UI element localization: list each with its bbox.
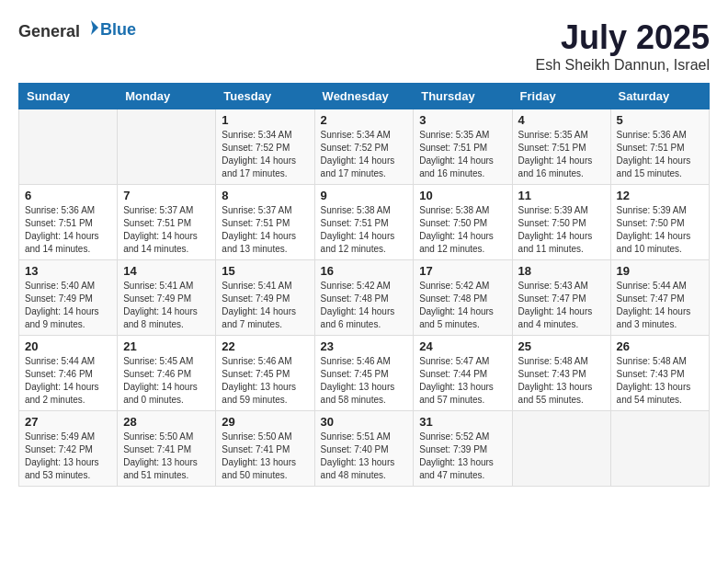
day-header-thursday: Thursday <box>414 84 512 109</box>
calendar-cell: 30Sunrise: 5:51 AM Sunset: 7:40 PM Dayli… <box>314 411 414 487</box>
calendar-cell: 20Sunrise: 5:44 AM Sunset: 7:46 PM Dayli… <box>19 336 118 411</box>
day-info: Sunrise: 5:41 AM Sunset: 7:49 PM Dayligh… <box>222 280 308 331</box>
calendar-cell: 31Sunrise: 5:52 AM Sunset: 7:39 PM Dayli… <box>414 411 512 487</box>
day-info: Sunrise: 5:49 AM Sunset: 7:42 PM Dayligh… <box>25 431 111 482</box>
day-number: 16 <box>321 264 408 278</box>
day-info: Sunrise: 5:35 AM Sunset: 7:51 PM Dayligh… <box>419 129 506 180</box>
day-number: 30 <box>321 415 408 429</box>
logo: General Blue <box>18 18 136 41</box>
day-number: 10 <box>419 189 506 202</box>
day-info: Sunrise: 5:41 AM Sunset: 7:49 PM Dayligh… <box>123 280 210 331</box>
calendar-cell: 26Sunrise: 5:48 AM Sunset: 7:43 PM Dayli… <box>610 336 709 411</box>
day-info: Sunrise: 5:43 AM Sunset: 7:47 PM Dayligh… <box>518 280 605 331</box>
day-info: Sunrise: 5:42 AM Sunset: 7:48 PM Dayligh… <box>419 280 506 331</box>
calendar-cell: 9Sunrise: 5:38 AM Sunset: 7:51 PM Daylig… <box>314 185 414 260</box>
day-info: Sunrise: 5:42 AM Sunset: 7:48 PM Dayligh… <box>321 280 408 331</box>
svg-marker-0 <box>91 20 98 35</box>
calendar-week-row: 27Sunrise: 5:49 AM Sunset: 7:42 PM Dayli… <box>19 411 710 487</box>
day-info: Sunrise: 5:48 AM Sunset: 7:43 PM Dayligh… <box>518 355 605 407</box>
day-number: 13 <box>25 264 111 278</box>
calendar-cell: 22Sunrise: 5:46 AM Sunset: 7:45 PM Dayli… <box>216 336 314 411</box>
calendar-cell: 10Sunrise: 5:38 AM Sunset: 7:50 PM Dayli… <box>414 185 512 260</box>
day-info: Sunrise: 5:37 AM Sunset: 7:51 PM Dayligh… <box>222 204 308 256</box>
day-number: 11 <box>518 189 605 202</box>
day-info: Sunrise: 5:34 AM Sunset: 7:52 PM Dayligh… <box>321 129 408 180</box>
day-info: Sunrise: 5:45 AM Sunset: 7:46 PM Dayligh… <box>123 355 210 407</box>
day-number: 21 <box>123 339 210 353</box>
day-info: Sunrise: 5:39 AM Sunset: 7:50 PM Dayligh… <box>617 204 703 256</box>
day-info: Sunrise: 5:48 AM Sunset: 7:43 PM Dayligh… <box>617 355 703 407</box>
calendar-cell: 21Sunrise: 5:45 AM Sunset: 7:46 PM Dayli… <box>118 336 216 411</box>
day-number: 25 <box>518 339 605 353</box>
calendar-cell: 5Sunrise: 5:36 AM Sunset: 7:51 PM Daylig… <box>610 109 709 185</box>
calendar-cell: 2Sunrise: 5:34 AM Sunset: 7:52 PM Daylig… <box>314 109 414 185</box>
day-header-tuesday: Tuesday <box>216 84 314 109</box>
day-info: Sunrise: 5:50 AM Sunset: 7:41 PM Dayligh… <box>123 431 210 482</box>
calendar-cell: 28Sunrise: 5:50 AM Sunset: 7:41 PM Dayli… <box>118 411 216 487</box>
calendar-week-row: 20Sunrise: 5:44 AM Sunset: 7:46 PM Dayli… <box>19 336 710 411</box>
calendar-cell: 15Sunrise: 5:41 AM Sunset: 7:49 PM Dayli… <box>216 260 314 336</box>
day-header-wednesday: Wednesday <box>314 84 414 109</box>
calendar-cell: 12Sunrise: 5:39 AM Sunset: 7:50 PM Dayli… <box>610 185 709 260</box>
calendar-cell: 1Sunrise: 5:34 AM Sunset: 7:52 PM Daylig… <box>216 109 314 185</box>
day-info: Sunrise: 5:38 AM Sunset: 7:51 PM Dayligh… <box>321 204 408 256</box>
day-info: Sunrise: 5:34 AM Sunset: 7:52 PM Dayligh… <box>222 129 308 180</box>
day-header-sunday: Sunday <box>19 84 118 109</box>
day-number: 4 <box>518 113 605 127</box>
day-number: 19 <box>617 264 703 278</box>
day-number: 31 <box>419 415 506 429</box>
day-number: 17 <box>419 264 506 278</box>
calendar-cell: 24Sunrise: 5:47 AM Sunset: 7:44 PM Dayli… <box>414 336 512 411</box>
calendar-cell: 18Sunrise: 5:43 AM Sunset: 7:47 PM Dayli… <box>512 260 610 336</box>
calendar-cell: 6Sunrise: 5:36 AM Sunset: 7:51 PM Daylig… <box>19 185 118 260</box>
calendar-week-row: 1Sunrise: 5:34 AM Sunset: 7:52 PM Daylig… <box>19 109 710 185</box>
day-info: Sunrise: 5:51 AM Sunset: 7:40 PM Dayligh… <box>321 431 408 482</box>
day-info: Sunrise: 5:38 AM Sunset: 7:50 PM Dayligh… <box>419 204 506 256</box>
calendar-header-row: SundayMondayTuesdayWednesdayThursdayFrid… <box>19 84 710 109</box>
day-number: 5 <box>617 113 703 127</box>
calendar-cell: 29Sunrise: 5:50 AM Sunset: 7:41 PM Dayli… <box>216 411 314 487</box>
day-number: 12 <box>617 189 703 202</box>
logo-icon <box>82 18 100 37</box>
day-number: 27 <box>25 415 111 429</box>
day-number: 7 <box>123 189 210 202</box>
calendar-cell: 4Sunrise: 5:35 AM Sunset: 7:51 PM Daylig… <box>512 109 610 185</box>
calendar-cell: 14Sunrise: 5:41 AM Sunset: 7:49 PM Dayli… <box>118 260 216 336</box>
day-number: 24 <box>419 339 506 353</box>
logo-general: General <box>18 22 80 40</box>
calendar-cell: 23Sunrise: 5:46 AM Sunset: 7:45 PM Dayli… <box>314 336 414 411</box>
calendar-cell: 16Sunrise: 5:42 AM Sunset: 7:48 PM Dayli… <box>314 260 414 336</box>
day-number: 18 <box>518 264 605 278</box>
calendar-week-row: 6Sunrise: 5:36 AM Sunset: 7:51 PM Daylig… <box>19 185 710 260</box>
day-number: 20 <box>25 339 111 353</box>
page-header: General Blue July 2025 Esh Sheikh Dannun… <box>18 18 710 74</box>
day-header-friday: Friday <box>512 84 610 109</box>
calendar-cell: 25Sunrise: 5:48 AM Sunset: 7:43 PM Dayli… <box>512 336 610 411</box>
calendar-cell: 3Sunrise: 5:35 AM Sunset: 7:51 PM Daylig… <box>414 109 512 185</box>
calendar-cell <box>512 411 610 487</box>
day-number: 6 <box>25 189 111 202</box>
calendar-cell: 7Sunrise: 5:37 AM Sunset: 7:51 PM Daylig… <box>118 185 216 260</box>
day-info: Sunrise: 5:44 AM Sunset: 7:46 PM Dayligh… <box>25 355 111 407</box>
day-info: Sunrise: 5:40 AM Sunset: 7:49 PM Dayligh… <box>25 280 111 331</box>
calendar-cell: 27Sunrise: 5:49 AM Sunset: 7:42 PM Dayli… <box>19 411 118 487</box>
calendar-table: SundayMondayTuesdayWednesdayThursdayFrid… <box>18 83 710 487</box>
title-area: July 2025 Esh Sheikh Dannun, Israel <box>536 18 710 74</box>
day-number: 2 <box>321 113 408 127</box>
day-info: Sunrise: 5:50 AM Sunset: 7:41 PM Dayligh… <box>222 431 308 482</box>
day-number: 15 <box>222 264 308 278</box>
logo-blue: Blue <box>100 20 136 39</box>
day-info: Sunrise: 5:46 AM Sunset: 7:45 PM Dayligh… <box>321 355 408 407</box>
day-number: 1 <box>222 113 308 127</box>
day-header-saturday: Saturday <box>610 84 709 109</box>
day-number: 22 <box>222 339 308 353</box>
location-subtitle: Esh Sheikh Dannun, Israel <box>536 57 710 74</box>
day-info: Sunrise: 5:44 AM Sunset: 7:47 PM Dayligh… <box>617 280 703 331</box>
calendar-cell: 8Sunrise: 5:37 AM Sunset: 7:51 PM Daylig… <box>216 185 314 260</box>
day-info: Sunrise: 5:37 AM Sunset: 7:51 PM Dayligh… <box>123 204 210 256</box>
day-number: 26 <box>617 339 703 353</box>
day-number: 8 <box>222 189 308 202</box>
day-number: 3 <box>419 113 506 127</box>
month-year-title: July 2025 <box>536 18 710 57</box>
day-number: 28 <box>123 415 210 429</box>
